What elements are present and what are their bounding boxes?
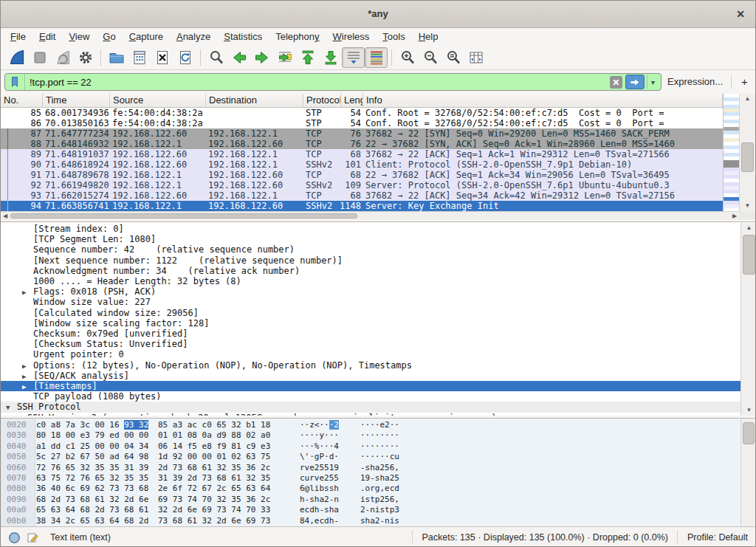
ascii-group1[interactable]: 6@libssh [300,484,339,494]
column-header-time[interactable]: Time [43,94,110,107]
go-forward-icon[interactable] [250,47,273,68]
menu-item-analyze[interactable]: Analyze [170,30,217,44]
detail-line[interactable]: Acknowledgment number: 34 (relative ack … [1,266,755,276]
packet-row-90[interactable]: 9071.648618924192.168.122.60192.168.122.… [1,159,723,170]
packet-row-88[interactable]: 8871.648146932192.168.122.1192.168.122.6… [1,139,723,149]
display-filter-input[interactable]: !tcp.port == 22 ▾ [4,73,662,91]
hex-bytes-group1[interactable]: a1 dd c1 25 00 00 04 34 [36,441,148,452]
menu-item-wireless[interactable]: Wireless [326,30,377,44]
ascii-group2[interactable]: ····e2·· [360,420,399,430]
scrollbar-thumb[interactable] [743,235,755,275]
hex-bytes-group1[interactable]: c0 a8 7a 3c 00 16 93 32 [36,420,148,430]
scroll-up-icon[interactable]: ▲ [741,223,755,233]
detail-line[interactable]: ▶[Timestamps] [1,381,755,391]
colorize-toggle-icon[interactable] [365,47,388,68]
detail-line[interactable]: Checksum: 0x79ed [unverified] [1,328,755,339]
go-to-top-icon[interactable] [296,47,319,68]
hex-row-00b0[interactable]: 00b038 34 2c 65 63 64 68 2d73 68 61 32 2… [1,516,755,526]
packet-row-92[interactable]: 9271.661949820192.168.122.1192.168.122.6… [1,180,723,190]
menu-item-help[interactable]: Help [412,30,445,44]
stop-capture-icon[interactable] [28,47,51,68]
go-to-packet-icon[interactable] [273,47,296,68]
detail-line[interactable]: 1000 .... = Header Length: 32 bytes (8) [1,276,755,286]
open-file-icon[interactable] [105,47,128,68]
start-capture-icon[interactable] [5,47,28,68]
menu-item-edit[interactable]: Edit [32,30,62,44]
go-back-icon[interactable] [227,47,250,68]
scroll-up-icon[interactable]: ▲ [740,94,755,104]
ascii-group1[interactable]: ecdh-sha [300,505,339,515]
column-header-length[interactable]: Length [341,94,363,107]
ascii-group2[interactable]: ········ [360,441,399,452]
menu-item-telephony[interactable]: Telephony [269,30,326,44]
restart-capture-icon[interactable] [51,47,74,68]
hex-bytes-group2[interactable]: 2e 6f 72 67 2c 65 63 64 [158,484,270,494]
packet-row-89[interactable]: 8971.648191037192.168.122.60192.168.122.… [1,149,723,159]
hex-row-00a0[interactable]: 00a065 63 64 68 2d 73 68 6132 2d 6e 69 7… [1,505,755,515]
hex-row-0090[interactable]: 009068 2d 73 68 61 32 2d 6e69 73 74 70 3… [1,495,755,505]
hex-row-0080[interactable]: 008036 40 6c 69 62 73 73 682e 6f 72 67 2… [1,484,755,494]
packet-row-93[interactable]: 9371.662015274192.168.122.60192.168.122.… [1,190,723,201]
filter-history-caret-icon[interactable]: ▾ [647,75,659,89]
menu-item-capture[interactable]: Capture [123,30,170,44]
hex-bytes-group1[interactable]: 68 2d 73 68 61 32 2d 6e [36,495,148,505]
detail-line[interactable]: ▶Options: (12 bytes), No-Operation (NOP)… [1,360,755,371]
detail-line[interactable]: [Stream index: 0] [1,224,755,234]
ascii-group1[interactable]: h-sha2-n [300,495,339,505]
hex-bytes-group1[interactable]: 38 34 2c 65 63 64 68 2d [36,516,148,526]
ascii-group1[interactable]: rve25519 [300,463,339,473]
packet-row-91[interactable]: 9171.648789678192.168.122.1192.168.122.6… [1,170,723,180]
expander-icon[interactable]: ▶ [22,361,26,371]
column-header-no[interactable]: No. [1,94,43,107]
menu-item-statistics[interactable]: Statistics [217,30,269,44]
detail-line[interactable]: [Checksum Status: Unverified] [1,339,755,349]
ascii-group2[interactable]: istp256, [360,495,399,505]
hex-bytes-group1[interactable]: 65 63 64 68 2d 73 68 61 [36,505,148,515]
expander-icon[interactable]: ▶ [22,287,26,297]
detail-line[interactable]: TCP payload (1080 bytes) [1,391,755,402]
add-filter-button[interactable]: + [738,70,751,94]
ascii-group1[interactable]: ····y··· [300,430,339,441]
hex-bytes-group2[interactable]: 73 68 61 32 2d 6e 69 73 [158,516,270,526]
hex-bytes-group1[interactable]: 72 76 65 32 35 35 31 39 [36,463,148,473]
ascii-highlighted-chars[interactable]: ·2 [329,420,339,430]
ascii-group2[interactable]: sha2-nis [360,516,399,526]
reload-file-icon[interactable] [173,47,196,68]
ascii-group2[interactable]: 19-sha25 [360,473,399,484]
column-header-source[interactable]: Source [110,94,206,107]
scroll-right-icon[interactable]: ▶ [730,212,739,220]
find-packet-icon[interactable] [205,47,227,68]
hex-bytes-group2[interactable]: 1d 92 00 00 01 02 63 75 [158,452,270,462]
ascii-group2[interactable]: ········ [360,430,399,441]
detail-line[interactable]: [Window size scaling factor: 128] [1,318,755,328]
details-vscrollbar[interactable]: ▲ ▼ [740,223,755,416]
detail-line[interactable]: ▶[SEQ/ACK analysis] [1,371,755,381]
packet-row-94[interactable]: 9471.663856741192.168.122.1192.168.122.6… [1,201,723,211]
detail-line[interactable]: Urgent pointer: 0 [1,349,755,359]
hex-bytes-group2[interactable]: 01 01 08 0a d9 88 02 a0 [158,430,270,441]
filter-bookmark-icon[interactable] [5,74,25,90]
ascii-group2[interactable]: 2-nistp3 [360,505,399,515]
ascii-group1[interactable]: curve255 [300,473,339,484]
detail-line[interactable]: ▶Flags: 0x018 (PSH, ACK) [1,286,755,297]
hex-bytes-group1[interactable]: 80 18 00 e3 79 ed 00 00 [36,430,148,441]
expert-info-icon[interactable] [8,531,21,544]
capture-comment-icon[interactable] [27,531,38,543]
expander-icon[interactable]: ▶ [16,413,20,416]
ascii-group1[interactable]: 84,ecdh- [300,516,339,526]
packet-list-hscrollbar[interactable]: ◀ ▶ [1,211,739,220]
hex-row-0070[interactable]: 007063 75 72 76 65 32 35 3531 39 2d 73 6… [1,473,755,484]
ascii-group2[interactable]: .org,ecd [360,484,399,494]
menu-item-file[interactable]: File [4,30,32,44]
hex-row-0040[interactable]: 0040a1 dd c1 25 00 00 04 3406 14 f5 e8 f… [1,441,755,452]
menu-item-tools[interactable]: Tools [376,30,411,44]
packet-list-minimap-scrollbar[interactable] [723,94,739,211]
packet-row-85[interactable]: 8568.001734936fe:54:00:d4:38:2aSTP54Conf… [1,108,723,118]
hex-bytes-group2[interactable]: 69 73 74 70 32 35 36 2c [158,495,270,505]
filter-apply-icon[interactable] [625,75,645,89]
detail-line[interactable]: Sequence number: 42 (relative sequence n… [1,244,755,255]
capture-options-gear-icon[interactable] [74,47,97,68]
detail-line[interactable]: [Calculated window size: 29056] [1,308,755,318]
hex-bytes-group1[interactable]: 63 75 72 76 65 32 35 35 [36,473,148,484]
hex-row-0060[interactable]: 006072 76 65 32 35 35 31 392d 73 68 61 3… [1,463,755,473]
